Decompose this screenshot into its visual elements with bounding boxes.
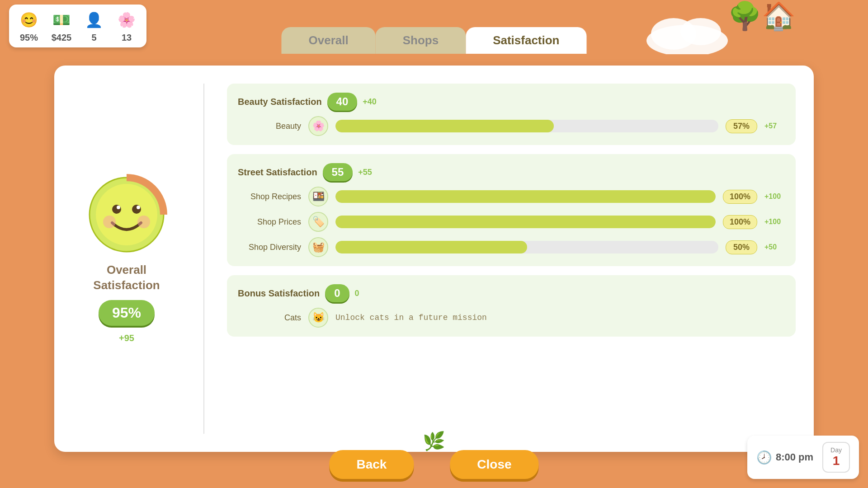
shop-recipes-label: Shop Recipes bbox=[238, 192, 301, 202]
close-button[interactable]: Close bbox=[450, 450, 538, 479]
svg-point-10 bbox=[137, 216, 150, 228]
day-label: Day bbox=[830, 446, 842, 454]
overall-percent-badge: 95% bbox=[99, 300, 155, 326]
shop-recipes-progress-fill bbox=[335, 190, 716, 203]
beauty-satisfaction-section: Beauty Satisfaction 40 +40 Beauty 🌸 57% … bbox=[227, 84, 796, 145]
svg-point-4 bbox=[96, 184, 157, 245]
cats-info-row: Cats 😺 Unlock cats in a future mission bbox=[238, 308, 785, 328]
svg-point-8 bbox=[137, 206, 140, 209]
beauty-metric-row: Beauty 🌸 57% +57 bbox=[238, 116, 785, 136]
shop-prices-icon: 🏷️ bbox=[308, 212, 328, 232]
tab-overall[interactable]: Overall bbox=[282, 27, 376, 54]
beauty-section-title: Beauty Satisfaction bbox=[238, 97, 322, 107]
time-value: 8:00 pm bbox=[776, 451, 813, 463]
shop-prices-progress-container bbox=[335, 216, 716, 228]
tab-satisfaction[interactable]: Satisfaction bbox=[466, 27, 586, 54]
back-button[interactable]: Back bbox=[329, 450, 414, 479]
flowers-value: 13 bbox=[122, 33, 132, 43]
beauty-change: +57 bbox=[764, 122, 785, 130]
beauty-progress-container bbox=[335, 120, 718, 132]
happiness-icon: 😊 bbox=[18, 9, 40, 31]
bonus-satisfaction-section: Bonus Satisfaction 0 0 Cats 😺 Unlock cat… bbox=[227, 275, 796, 337]
flowers-indicator: 🌸 13 bbox=[116, 9, 137, 43]
cats-label: Cats bbox=[238, 313, 301, 323]
bottom-buttons: Back Close bbox=[329, 450, 538, 479]
deco-tree: 🌳🏠 bbox=[728, 0, 796, 32]
money-icon: 💵 bbox=[51, 9, 72, 31]
shop-diversity-percent-badge: 50% bbox=[726, 240, 757, 254]
day-number: 1 bbox=[833, 454, 840, 468]
shop-recipes-change: +100 bbox=[764, 192, 785, 201]
money-value: $425 bbox=[52, 33, 72, 43]
street-score-badge: 55 bbox=[323, 163, 353, 181]
happiness-value: 95% bbox=[20, 33, 38, 43]
right-panel: Beauty Satisfaction 40 +40 Beauty 🌸 57% … bbox=[227, 84, 796, 434]
street-section-change: +55 bbox=[358, 168, 372, 177]
svg-point-7 bbox=[117, 206, 120, 209]
day-badge: Day 1 bbox=[822, 442, 850, 473]
shop-prices-change: +100 bbox=[764, 218, 785, 226]
cats-icon: 😺 bbox=[308, 308, 328, 328]
shop-recipes-progress-container bbox=[335, 190, 716, 203]
beauty-section-change: +40 bbox=[363, 97, 377, 107]
bonus-section-title: Bonus Satisfaction bbox=[238, 288, 320, 299]
beauty-percent-badge: 57% bbox=[726, 119, 757, 133]
money-indicator: 💵 $425 bbox=[51, 9, 72, 43]
cats-description: Unlock cats in a future mission bbox=[335, 313, 487, 322]
tabs-container: Overall Shops Satisfaction bbox=[282, 27, 587, 54]
bonus-section-change: 0 bbox=[355, 289, 359, 298]
street-section-title: Street Satisfaction bbox=[238, 167, 317, 178]
overall-satisfaction-panel: Overall Satisfaction 95% +95 bbox=[72, 84, 181, 434]
shop-prices-percent-badge: 100% bbox=[723, 215, 757, 229]
shop-prices-label: Shop Prices bbox=[238, 217, 301, 227]
shop-diversity-progress-container bbox=[335, 241, 718, 253]
shop-diversity-progress-fill bbox=[335, 241, 527, 253]
shop-diversity-row: Shop Diversity 🧺 50% +50 bbox=[238, 237, 785, 257]
clock-container: 🕗 8:00 pm bbox=[756, 450, 813, 465]
top-bar: 😊 95% 💵 $425 👤 5 🌸 13 bbox=[9, 5, 146, 47]
beauty-metric-icon: 🌸 bbox=[308, 116, 328, 136]
overall-satisfaction-label: Overall Satisfaction bbox=[93, 263, 160, 293]
main-panel: Overall Satisfaction 95% +95 Beauty Sati… bbox=[54, 66, 814, 452]
svg-point-5 bbox=[112, 205, 121, 214]
bonus-score-badge: 0 bbox=[325, 284, 349, 302]
happiness-indicator: 😊 95% bbox=[18, 9, 40, 43]
svg-point-9 bbox=[103, 216, 116, 228]
villager-icon: 👤 bbox=[83, 9, 105, 31]
svg-point-2 bbox=[680, 18, 721, 45]
clock-icon: 🕗 bbox=[756, 450, 772, 465]
panel-divider bbox=[203, 84, 204, 434]
street-satisfaction-section: Street Satisfaction 55 +55 Shop Recipes … bbox=[227, 154, 796, 266]
shop-prices-progress-fill bbox=[335, 216, 716, 228]
beauty-metric-label: Beauty bbox=[238, 122, 301, 131]
shop-recipes-percent-badge: 100% bbox=[723, 190, 757, 204]
beauty-progress-fill bbox=[335, 120, 554, 132]
flowers-icon: 🌸 bbox=[116, 9, 137, 31]
villagers-value: 5 bbox=[91, 33, 96, 43]
shop-recipes-icon: 🍱 bbox=[308, 187, 328, 206]
villagers-indicator: 👤 5 bbox=[83, 9, 105, 43]
shop-prices-row: Shop Prices 🏷️ 100% +100 bbox=[238, 212, 785, 232]
svg-point-1 bbox=[651, 18, 696, 50]
tab-shops[interactable]: Shops bbox=[376, 27, 466, 54]
overall-change: +95 bbox=[119, 333, 134, 343]
shop-diversity-icon: 🧺 bbox=[308, 237, 328, 257]
svg-point-0 bbox=[646, 25, 728, 54]
svg-point-6 bbox=[132, 205, 141, 214]
beauty-score-badge: 40 bbox=[327, 93, 358, 111]
shop-diversity-label: Shop Diversity bbox=[238, 243, 301, 252]
smiley-face bbox=[86, 174, 167, 255]
time-display: 🕗 8:00 pm Day 1 bbox=[747, 436, 859, 479]
shop-diversity-change: +50 bbox=[764, 243, 785, 251]
shop-recipes-row: Shop Recipes 🍱 100% +100 bbox=[238, 187, 785, 206]
